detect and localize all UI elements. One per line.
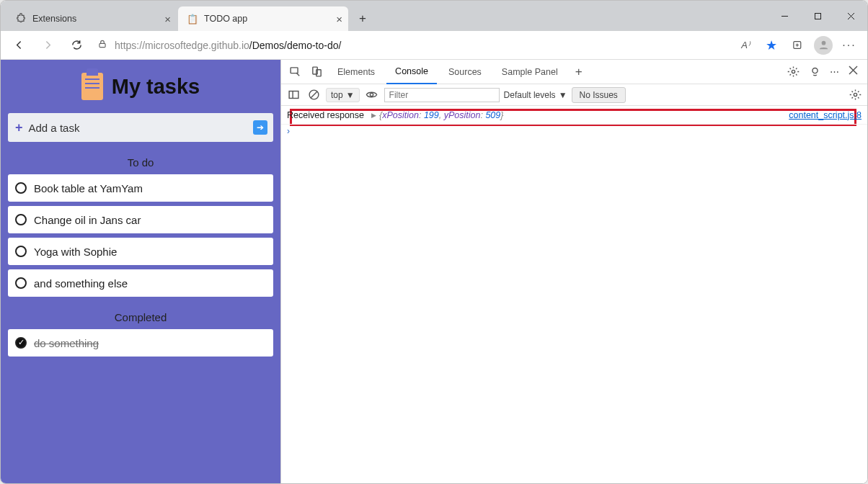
tab-label: TODO app	[204, 14, 247, 24]
console-log-row[interactable]: Received response ▶ {xPosition: 199, yPo…	[281, 106, 867, 125]
clear-console-icon[interactable]	[306, 84, 322, 106]
console-settings-icon[interactable]	[847, 84, 863, 106]
new-tab-button[interactable]: +	[353, 9, 373, 29]
issues-label: No Issues	[580, 90, 618, 100]
log-message: Received response	[287, 110, 364, 120]
context-value: top	[331, 90, 343, 100]
svg-rect-1	[815, 13, 820, 19]
svg-point-11	[812, 68, 817, 73]
feedback-icon[interactable]	[805, 61, 824, 83]
task-text: Change oil in Jans car	[34, 214, 141, 226]
submit-arrow-icon[interactable]: ➔	[253, 120, 267, 135]
maximize-button[interactable]	[801, 1, 834, 31]
device-toggle-icon[interactable]	[307, 61, 326, 83]
profile-button[interactable]	[811, 35, 836, 56]
url-box[interactable]: https://microsoftedge.github.io/Demos/de…	[93, 35, 729, 56]
window-controls	[768, 1, 867, 31]
tab-strip: Extensions × 📋 TODO app × +	[1, 1, 867, 31]
svg-point-10	[792, 70, 794, 73]
add-tab-button[interactable]: +	[570, 61, 588, 83]
lock-icon	[97, 39, 107, 51]
task-text: Book table at YamYam	[34, 182, 143, 194]
close-devtools-button[interactable]	[846, 61, 863, 83]
clipboard-icon	[81, 73, 103, 100]
collections-button[interactable]	[785, 35, 810, 56]
minimize-button[interactable]	[768, 1, 801, 31]
svg-line-17	[311, 91, 317, 98]
task-item[interactable]: Yoga with Sophie	[8, 238, 273, 265]
task-text: and something else	[34, 277, 128, 290]
devtools-tabstrip: Elements Console Sources Sample Panel + …	[281, 60, 867, 84]
puzzle-icon	[15, 13, 27, 24]
tab-extensions[interactable]: Extensions ×	[6, 6, 177, 31]
devtools-panel: Elements Console Sources Sample Panel + …	[280, 60, 867, 483]
plus-icon: +	[15, 120, 23, 135]
svg-rect-7	[291, 68, 298, 73]
levels-select[interactable]: Default levels ▼	[504, 90, 567, 100]
url-host: https://microsoftedge.github.io	[115, 40, 249, 51]
page-title: My tasks	[8, 73, 273, 100]
add-task-input[interactable]: + Add a task ➔	[8, 113, 273, 142]
close-icon[interactable]: ×	[336, 13, 342, 25]
more-icon[interactable]: ⋯	[827, 61, 843, 83]
chevron-down-icon: ▼	[346, 90, 355, 100]
tab-sources[interactable]: Sources	[440, 60, 490, 84]
address-bar: https://microsoftedge.github.io/Demos/de…	[1, 31, 867, 60]
filter-input[interactable]	[384, 88, 500, 102]
read-aloud-button[interactable]: A⁾	[733, 35, 758, 56]
forward-button	[35, 35, 60, 56]
task-item[interactable]: and something else	[8, 269, 273, 297]
live-expr-icon[interactable]	[364, 84, 380, 106]
todo-app: My tasks + Add a task ➔ To do Book table…	[1, 60, 280, 483]
add-task-placeholder: Add a task	[29, 122, 80, 134]
task-item-done[interactable]: do something	[8, 329, 273, 357]
section-header-todo: To do	[8, 156, 273, 169]
sidebar-toggle-icon[interactable]	[285, 84, 301, 106]
context-select[interactable]: top ▼	[326, 88, 360, 102]
more-menu-button[interactable]: ···	[837, 35, 862, 56]
issues-button[interactable]: No Issues	[572, 87, 626, 103]
log-object[interactable]: {xPosition: 199, yPosition: 509}	[379, 110, 503, 120]
close-icon[interactable]: ×	[164, 13, 171, 25]
settings-icon[interactable]	[784, 61, 802, 83]
tab-elements[interactable]: Elements	[329, 60, 384, 84]
console-toolbar: top ▼ Default levels ▼ No Issues	[281, 84, 867, 106]
svg-point-18	[370, 93, 373, 96]
svg-point-19	[854, 93, 856, 96]
radio-icon[interactable]	[15, 246, 27, 257]
refresh-button[interactable]	[64, 35, 89, 56]
log-source-link[interactable]: content_script.js:8	[789, 110, 862, 120]
clipboard-icon: 📋	[187, 13, 198, 24]
tab-todo-app[interactable]: 📋 TODO app ×	[178, 6, 348, 31]
radio-icon[interactable]	[15, 277, 27, 289]
task-item[interactable]: Book table at YamYam	[8, 174, 273, 202]
page-heading-text: My tasks	[112, 75, 200, 99]
expand-icon[interactable]: ▶	[371, 112, 376, 119]
chevron-down-icon: ▼	[559, 90, 567, 100]
radio-icon[interactable]	[15, 182, 27, 194]
svg-rect-14	[289, 91, 298, 99]
close-window-button[interactable]	[834, 1, 867, 31]
favorite-button[interactable]: ★	[759, 35, 784, 56]
inspect-icon[interactable]	[285, 61, 304, 83]
tab-console[interactable]: Console	[386, 60, 437, 84]
check-icon[interactable]	[15, 337, 27, 349]
content-area: My tasks + Add a task ➔ To do Book table…	[1, 60, 867, 483]
task-text: do something	[34, 337, 99, 349]
svg-rect-4	[99, 43, 105, 47]
console-output[interactable]: Received response ▶ {xPosition: 199, yPo…	[281, 106, 867, 483]
section-header-completed: Completed	[8, 311, 273, 323]
browser-window: Extensions × 📋 TODO app × +	[0, 0, 868, 484]
radio-icon[interactable]	[15, 214, 27, 225]
console-prompt[interactable]: ›	[281, 125, 867, 138]
levels-label: Default levels	[504, 90, 556, 100]
back-button[interactable]	[6, 35, 31, 56]
task-text: Yoga with Sophie	[34, 246, 117, 258]
url-path: /Demos/demo-to-do/	[249, 40, 342, 51]
tab-label: Extensions	[32, 14, 76, 24]
avatar-icon	[814, 36, 833, 55]
task-item[interactable]: Change oil in Jans car	[8, 206, 273, 233]
svg-point-6	[821, 41, 825, 45]
tab-sample-panel[interactable]: Sample Panel	[493, 60, 567, 84]
